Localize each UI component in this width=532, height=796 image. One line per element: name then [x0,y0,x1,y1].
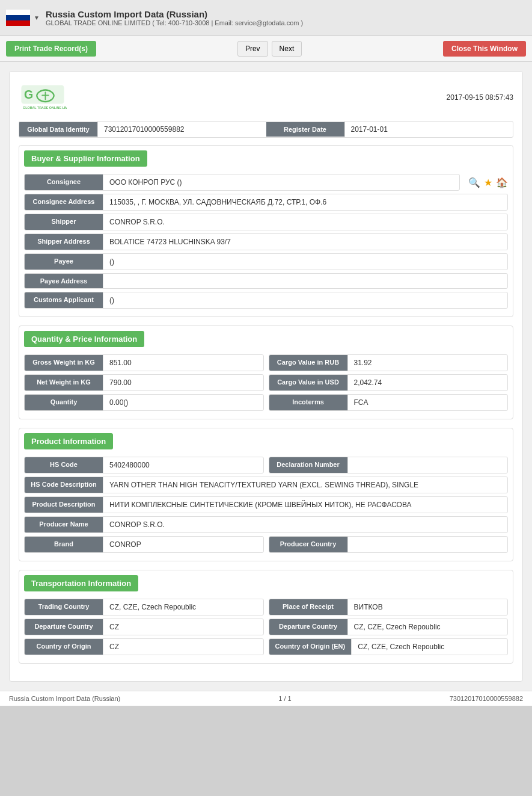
search-icon[interactable]: 🔍 [468,177,480,188]
customs-applicant-field: Customs Applicant () [24,292,508,309]
brand-value: CONROP [103,537,263,552]
trading-country-field: Trading Country CZ, CZE, Czech Repoublic [24,599,264,616]
transportation-section: Transportation Information Trading Count… [19,570,513,664]
quantity-value: 0.00() [103,395,263,410]
hs-code-field: HS Code 5402480000 [24,457,264,474]
declaration-number-field: Declaration Number [269,457,509,474]
next-button[interactable]: Next [272,41,302,57]
product-desc-value: НИТИ КОМПЛЕКСНЫЕ СИНТЕТИЧЕСКИЕ (КРОМЕ ШВ… [103,497,507,513]
shipper-field: Shipper CONROP S.R.O. [24,214,508,230]
departure-country-field: Departure Country CZ [24,619,264,635]
buyer-supplier-title: Buyer & Supplier Information [24,150,147,167]
payee-address-field: Payee Address [24,273,508,289]
hs-desc-row: HS Code Description YARN OTHER THAN HIGH… [24,477,508,493]
incoterms-field: Incoterms FCA [269,394,509,411]
shipper-label: Shipper [25,214,103,230]
consignee-value: ООО КОНРОП РУС () [103,174,459,190]
svg-text:G: G [24,88,33,101]
net-weight-label: Net Weight in KG [25,375,103,390]
origin-row: Country of Origin CZ Country of Origin (… [24,638,508,655]
product-body: HS Code 5402480000 Declaration Number HS… [19,453,513,561]
cargo-usd-field: Cargo Value in USD 2,042.74 [269,374,509,391]
logo-svg: G GLOBAL TRADE ONLINE LIMITED [19,81,67,114]
incoterms-value: FCA [347,395,508,410]
gto-logo: G GLOBAL TRADE ONLINE LIMITED [19,81,67,114]
product-title: Product Information [24,433,113,449]
shipper-row: Shipper CONROP S.R.O. [24,214,508,230]
country-of-origin-value: CZ [103,639,263,655]
consignee-address-field: Consignee Address 115035, , Г. МОСКВА, У… [24,194,508,211]
consignee-field: Consignee ООО КОНРОП РУС () [24,174,460,191]
quantity-price-section: Quantity & Price Information Gross Weigh… [19,325,513,419]
trading-country-value: CZ, CZE, Czech Repoublic [103,599,263,615]
declaration-number-label: Declaration Number [269,457,347,473]
producer-country-value [347,537,508,552]
gross-cargo-rub-row: Gross Weight in KG 851.00 Cargo Value in… [24,354,508,371]
brand-field: Brand CONROP [24,536,264,553]
shipper-address-label: Shipper Address [25,234,103,250]
shipper-address-value: BOLATICE 74723 HLUCHINSKA 93/7 [103,234,507,250]
trading-country-label: Trading Country [25,599,103,615]
departure-country-value: CZ [103,619,263,635]
cargo-rub-value: 31.92 [347,355,508,371]
home-icon[interactable]: 🏠 [496,177,508,188]
gross-weight-value: 851.00 [103,355,263,371]
payee-address-row: Payee Address [24,273,508,289]
consignee-address-value: 115035, , Г. МОСКВА, УЛ. САДОВНИЧЕСКАЯБ … [103,194,507,210]
hs-desc-label: HS Code Description [25,477,103,493]
transportation-title: Transportation Information [24,575,138,591]
shipper-value: CONROP S.R.O. [103,214,507,230]
transportation-body: Trading Country CZ, CZE, Czech Repoublic… [19,595,513,663]
dropdown-arrow[interactable]: ▼ [34,14,40,21]
departure-country2-field: Departure Country CZ, CZE, Czech Repoubl… [269,619,509,635]
title-area: Russia Custom Import Data (Russian) GLOB… [46,9,526,26]
cargo-rub-field: Cargo Value in RUB 31.92 [269,354,509,371]
brand-label: Brand [25,537,103,552]
global-data-identity-value: 73012017010000559882 [97,122,266,137]
product-desc-field: Product Description НИТИ КОМПЛЕКСНЫЕ СИН… [24,496,508,513]
quantity-incoterms-row: Quantity 0.00() Incoterms FCA [24,394,508,411]
print-button[interactable]: Print Trade Record(s) [6,41,96,57]
place-of-receipt-value: ВИТКОВ [347,599,508,615]
shipper-address-row: Shipper Address BOLATICE 74723 HLUCHINSK… [24,233,508,250]
producer-country-field: Producer Country [269,536,509,553]
cargo-rub-label: Cargo Value in RUB [269,355,347,371]
shipper-address-field: Shipper Address BOLATICE 74723 HLUCHINSK… [24,233,508,250]
declaration-number-value [347,457,508,473]
quantity-price-title: Quantity & Price Information [24,331,144,347]
subtitle: GLOBAL TRADE ONLINE LIMITED ( Tel: 400-7… [46,19,526,26]
payee-address-value [103,274,507,288]
consignee-address-label: Consignee Address [25,194,103,210]
departure-country-label: Departure Country [25,619,103,635]
prev-button[interactable]: Prev [237,41,268,57]
product-section: Product Information HS Code 5402480000 D… [19,428,513,561]
producer-name-value: CONROP S.R.O. [103,517,507,532]
star-icon[interactable]: ★ [484,177,492,188]
departure-country2-label: Departure Country [269,619,347,635]
place-of-receipt-field: Place of Receipt ВИТКОВ [269,599,509,616]
register-date-label: Register Date [266,122,344,137]
footer-record-id: 73012017010000559882 [450,695,523,702]
departure-row: Departure Country CZ Departure Country C… [24,619,508,635]
customs-applicant-row: Customs Applicant () [24,292,508,309]
producer-name-field: Producer Name CONROP S.R.O. [24,516,508,533]
close-button[interactable]: Close This Window [443,41,526,57]
net-weight-field: Net Weight in KG 790.00 [24,374,264,391]
incoterms-label: Incoterms [269,395,347,410]
timestamp: 2017-09-15 08:57:43 [447,93,513,102]
payee-label: Payee [25,254,103,270]
net-cargo-usd-row: Net Weight in KG 790.00 Cargo Value in U… [24,374,508,391]
place-of-receipt-label: Place of Receipt [269,599,347,615]
producer-country-label: Producer Country [269,537,347,552]
producer-name-row: Producer Name CONROP S.R.O. [24,516,508,533]
country-of-origin-en-field: Country of Origin (EN) CZ, CZE, Czech Re… [269,638,509,655]
svg-text:GLOBAL TRADE ONLINE LIMITED: GLOBAL TRADE ONLINE LIMITED [23,106,67,110]
buyer-supplier-section: Buyer & Supplier Information Consignee О… [19,145,513,317]
quantity-price-body: Gross Weight in KG 851.00 Cargo Value in… [19,351,513,419]
country-of-origin-en-label: Country of Origin (EN) [269,639,352,655]
payee-value: () [103,254,507,270]
identity-row: Global Data Identity 7301201701000055988… [19,121,513,138]
quantity-label: Quantity [25,395,103,410]
hs-decl-row: HS Code 5402480000 Declaration Number [24,457,508,474]
product-desc-row: Product Description НИТИ КОМПЛЕКСНЫЕ СИН… [24,496,508,513]
